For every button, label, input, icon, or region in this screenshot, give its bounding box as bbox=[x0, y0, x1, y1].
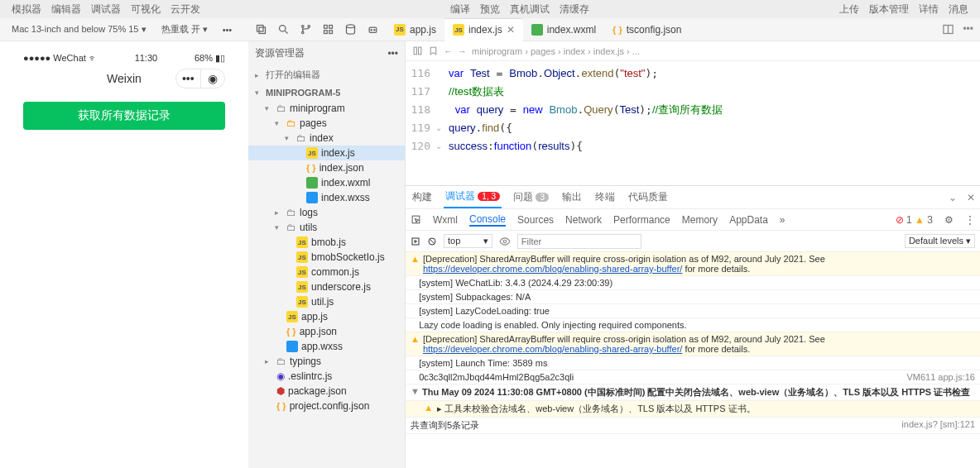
svg-rect-7 bbox=[329, 26, 333, 29]
bookmark-icon[interactable] bbox=[428, 45, 439, 56]
menu-item[interactable]: 版本管理 bbox=[869, 3, 909, 15]
dt-subtab[interactable]: Network bbox=[565, 214, 602, 226]
menu-item[interactable]: 真机调试 bbox=[510, 3, 550, 15]
tree-item[interactable]: JSbmobSocketIo.js bbox=[248, 250, 405, 265]
svg-rect-16 bbox=[419, 47, 421, 55]
nav-fwd[interactable]: → bbox=[458, 46, 467, 56]
tab-index.wxml[interactable]: index.wxml bbox=[523, 18, 604, 41]
crumb[interactable]: ... bbox=[632, 46, 640, 56]
crumb[interactable]: miniprogram bbox=[472, 46, 522, 56]
breadcrumb: ← → miniprogram › pages › index › index.… bbox=[406, 41, 980, 61]
console[interactable]: ▲ [Deprecation] SharedArrayBuffer will r… bbox=[406, 252, 980, 468]
tab-app.js[interactable]: JSapp.js bbox=[386, 18, 444, 41]
dt-tab[interactable]: 输出 bbox=[560, 187, 584, 208]
tab-index.js[interactable]: JSindex.js✕ bbox=[444, 18, 523, 41]
tree-item[interactable]: ▸🗀logs bbox=[248, 205, 405, 220]
crumb[interactable]: index bbox=[564, 46, 585, 56]
tree-item[interactable]: ⬢package.json bbox=[248, 384, 405, 399]
tree-item[interactable]: JSunderscore.js bbox=[248, 279, 405, 294]
eye-icon[interactable] bbox=[499, 236, 511, 247]
menu-item[interactable]: 可视化 bbox=[131, 3, 161, 15]
menu-item[interactable]: 模拟器 bbox=[12, 3, 41, 15]
close-icon[interactable]: ✕ bbox=[967, 192, 975, 203]
compare-icon[interactable] bbox=[412, 45, 423, 56]
tree-item[interactable]: index.wxss bbox=[248, 190, 405, 205]
gear-icon[interactable]: ⚙ bbox=[944, 214, 954, 226]
menu-item[interactable]: 详情 bbox=[919, 3, 939, 15]
tree-item[interactable]: JSindex.js bbox=[248, 146, 405, 160]
svg-point-4 bbox=[302, 31, 305, 34]
menu-item[interactable]: 上传 bbox=[839, 3, 859, 15]
dt-subtab[interactable]: Performance bbox=[613, 214, 670, 226]
tree-item[interactable]: { }index.json bbox=[248, 160, 405, 175]
hot-reload[interactable]: 热重载 开 ▾ bbox=[156, 21, 213, 37]
menu-item[interactable]: 云开发 bbox=[171, 3, 200, 15]
nav-back[interactable]: ← bbox=[444, 46, 453, 56]
dt-subtab[interactable]: AppData bbox=[729, 214, 768, 226]
console-line: [system] Launch Time: 3589 ms bbox=[406, 356, 980, 370]
project-root[interactable]: ▾MINIPROGRAM-5 bbox=[248, 84, 405, 101]
editor-tabs: JSapp.jsJSindex.js✕index.wxml{ }tsconfig… bbox=[386, 18, 689, 41]
tree-item[interactable]: { }app.json bbox=[248, 324, 405, 339]
dt-tab[interactable]: 问题 3 bbox=[512, 187, 550, 208]
branch-icon[interactable] bbox=[300, 23, 312, 36]
tree-item[interactable]: ▾🗀pages bbox=[248, 116, 405, 131]
split-icon[interactable] bbox=[942, 23, 954, 36]
inspect-icon[interactable] bbox=[411, 214, 421, 225]
capsule[interactable]: •••◉ bbox=[175, 69, 225, 88]
console-line: ▲ ▸ 工具未校验合法域名、web-view（业务域名）、TLS 版本以及 HT… bbox=[406, 401, 980, 418]
tree-item[interactable]: ▾🗀utils bbox=[248, 220, 405, 235]
dt-tab[interactable]: 调试器 1, 3 bbox=[444, 186, 502, 208]
tree-item[interactable]: { }project.config.json bbox=[248, 399, 405, 413]
dt-subtab[interactable]: Wxml bbox=[433, 214, 458, 226]
kebab-icon[interactable]: ⋮ bbox=[965, 214, 975, 226]
tree-item[interactable]: JSbmob.js bbox=[248, 235, 405, 250]
menu-item[interactable]: 编译 bbox=[450, 3, 470, 15]
open-editors[interactable]: ▸打开的编辑器 bbox=[248, 65, 405, 84]
dt-tab[interactable]: 终端 bbox=[593, 187, 617, 208]
crumb[interactable]: pages bbox=[531, 46, 555, 56]
code-editor[interactable]: 116117118119120 ⌄⌄ var Test = Bmob.Objec… bbox=[406, 61, 980, 185]
tree-item[interactable]: ▾🗀index bbox=[248, 131, 405, 146]
tree-item[interactable]: index.wxml bbox=[248, 175, 405, 190]
tree-item[interactable]: JScommon.js bbox=[248, 265, 405, 279]
clear-icon[interactable] bbox=[427, 236, 437, 246]
crumb[interactable]: index.js bbox=[593, 46, 624, 56]
explorer-more[interactable]: ••• bbox=[387, 48, 398, 60]
menu-item[interactable]: 清缓存 bbox=[560, 3, 589, 15]
tab-tsconfig.json[interactable]: { }tsconfig.json bbox=[604, 18, 689, 41]
clock: 11:30 bbox=[135, 53, 158, 64]
tree-item[interactable]: JSutil.js bbox=[248, 294, 405, 309]
tree-item[interactable]: JSapp.js bbox=[248, 309, 405, 324]
svg-point-12 bbox=[371, 30, 372, 31]
db-icon[interactable] bbox=[344, 23, 357, 36]
close-icon[interactable]: ✕ bbox=[507, 24, 515, 36]
context-select[interactable]: top ▾ bbox=[444, 234, 492, 248]
dt-subtab[interactable]: Sources bbox=[517, 214, 554, 226]
device-select[interactable]: Mac 13-inch and below 75% 15 ▾ bbox=[7, 22, 151, 36]
chevron-down-icon[interactable]: ⌄ bbox=[949, 192, 957, 203]
search-icon[interactable] bbox=[277, 23, 290, 36]
filter-input[interactable] bbox=[517, 234, 641, 249]
menu-item[interactable]: 调试器 bbox=[91, 3, 121, 15]
fetch-button[interactable]: 获取所有数据记录 bbox=[23, 102, 225, 130]
tree-item[interactable]: app.wxss bbox=[248, 339, 405, 354]
tree-item[interactable]: ▾🗀miniprogram bbox=[248, 101, 405, 116]
robot-icon[interactable] bbox=[367, 23, 379, 36]
more-icon[interactable]: ••• bbox=[963, 23, 973, 36]
dt-subtab[interactable]: Console bbox=[469, 213, 506, 227]
dt-tab[interactable]: 代码质量 bbox=[627, 187, 670, 208]
copy-icon[interactable] bbox=[255, 23, 267, 36]
play-icon[interactable] bbox=[411, 236, 420, 246]
menu-item[interactable]: 预览 bbox=[480, 3, 500, 15]
menu-item[interactable]: 编辑器 bbox=[51, 3, 81, 15]
more-tabs[interactable]: » bbox=[780, 214, 785, 226]
grid-icon[interactable] bbox=[322, 23, 334, 36]
menu-item[interactable]: 消息 bbox=[949, 3, 968, 15]
tree-item[interactable]: ◉.eslintrc.js bbox=[248, 369, 405, 384]
dt-tab[interactable]: 构建 bbox=[411, 187, 434, 208]
tree-item[interactable]: ▸🗀typings bbox=[248, 354, 405, 369]
level-select[interactable]: Default levels ▾ bbox=[905, 234, 975, 248]
dt-subtab[interactable]: Memory bbox=[682, 214, 718, 226]
more-sim[interactable]: ••• bbox=[218, 23, 238, 36]
